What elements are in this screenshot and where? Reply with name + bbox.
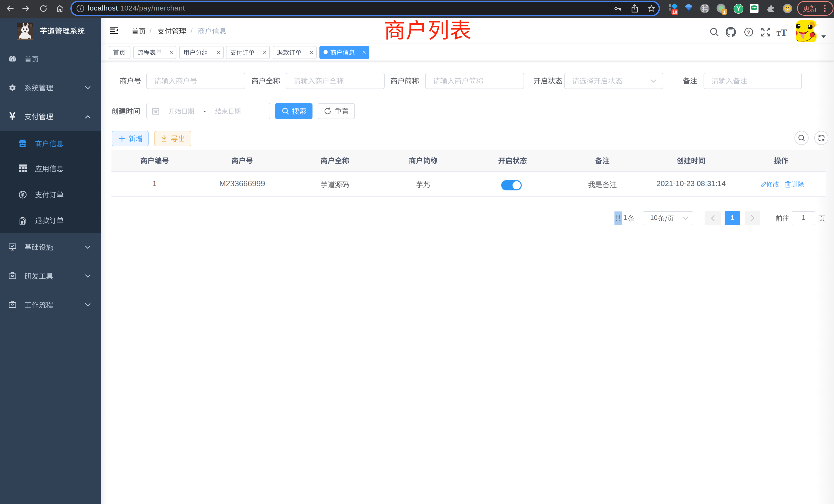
svg-text:Y: Y	[737, 5, 741, 12]
svg-text:?: ?	[747, 29, 750, 35]
svg-text:1: 1	[723, 10, 725, 15]
svg-text:10: 10	[673, 10, 677, 15]
